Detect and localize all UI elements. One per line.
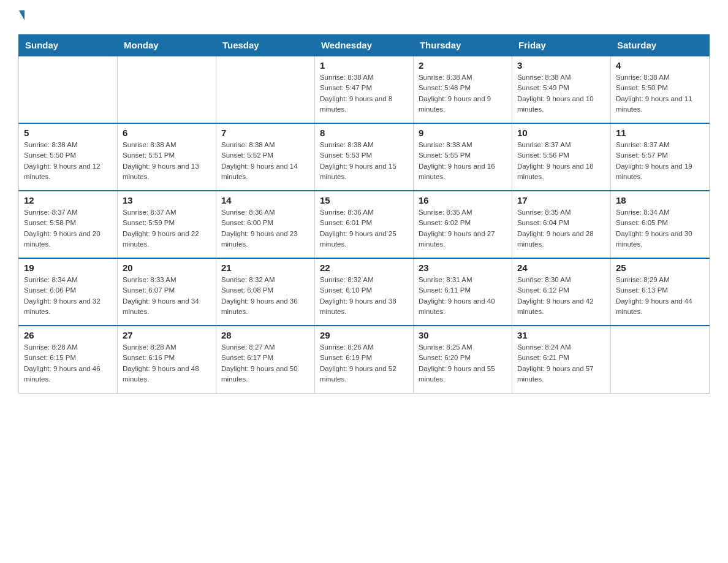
day-info: Sunrise: 8:38 AMSunset: 5:55 PMDaylight:…	[419, 140, 507, 182]
day-number: 16	[419, 195, 507, 205]
calendar-cell: 10Sunrise: 8:37 AMSunset: 5:56 PMDayligh…	[512, 123, 610, 191]
calendar-body: 1Sunrise: 8:38 AMSunset: 5:47 PMDaylight…	[19, 56, 710, 393]
calendar-cell	[216, 56, 314, 123]
calendar-cell: 14Sunrise: 8:36 AMSunset: 6:00 PMDayligh…	[216, 191, 314, 258]
calendar-cell: 26Sunrise: 8:28 AMSunset: 6:15 PMDayligh…	[19, 326, 118, 393]
day-of-week-header: Saturday	[610, 35, 709, 56]
day-info: Sunrise: 8:37 AMSunset: 5:59 PMDaylight:…	[123, 207, 211, 250]
day-info: Sunrise: 8:38 AMSunset: 5:47 PMDaylight:…	[320, 72, 408, 115]
day-number: 6	[123, 128, 211, 138]
calendar-cell	[610, 326, 709, 393]
calendar-cell: 19Sunrise: 8:34 AMSunset: 6:06 PMDayligh…	[19, 258, 118, 326]
day-info: Sunrise: 8:28 AMSunset: 6:15 PMDaylight:…	[24, 342, 112, 385]
calendar-cell: 1Sunrise: 8:38 AMSunset: 5:47 PMDaylight…	[314, 56, 413, 123]
calendar-week-row: 19Sunrise: 8:34 AMSunset: 6:06 PMDayligh…	[19, 258, 710, 326]
day-info: Sunrise: 8:37 AMSunset: 5:58 PMDaylight:…	[24, 207, 112, 250]
calendar-week-row: 5Sunrise: 8:38 AMSunset: 5:50 PMDaylight…	[19, 123, 710, 191]
day-number: 13	[123, 195, 211, 205]
calendar-cell: 12Sunrise: 8:37 AMSunset: 5:58 PMDayligh…	[19, 191, 118, 258]
day-info: Sunrise: 8:31 AMSunset: 6:11 PMDaylight:…	[419, 275, 507, 317]
calendar-cell: 9Sunrise: 8:38 AMSunset: 5:55 PMDaylight…	[413, 123, 512, 191]
day-info: Sunrise: 8:38 AMSunset: 5:49 PMDaylight:…	[517, 72, 605, 115]
day-number: 20	[123, 262, 211, 273]
day-info: Sunrise: 8:35 AMSunset: 6:02 PMDaylight:…	[419, 207, 507, 250]
day-number: 23	[419, 262, 507, 273]
calendar-cell: 4Sunrise: 8:38 AMSunset: 5:50 PMDaylight…	[610, 56, 709, 123]
days-of-week-row: SundayMondayTuesdayWednesdayThursdayFrid…	[19, 35, 710, 56]
calendar-cell: 3Sunrise: 8:38 AMSunset: 5:49 PMDaylight…	[512, 56, 610, 123]
day-number: 15	[320, 195, 408, 205]
day-number: 27	[123, 330, 211, 340]
calendar-cell: 17Sunrise: 8:35 AMSunset: 6:04 PMDayligh…	[512, 191, 610, 258]
day-number: 3	[517, 60, 605, 71]
day-info: Sunrise: 8:32 AMSunset: 6:10 PMDaylight:…	[320, 275, 408, 317]
day-info: Sunrise: 8:25 AMSunset: 6:20 PMDaylight:…	[419, 342, 507, 385]
day-number: 7	[221, 128, 309, 138]
day-number: 4	[616, 60, 704, 71]
day-number: 25	[616, 262, 704, 273]
day-info: Sunrise: 8:32 AMSunset: 6:08 PMDaylight:…	[221, 275, 309, 317]
day-number: 9	[419, 128, 507, 138]
logo	[18, 12, 25, 22]
day-info: Sunrise: 8:35 AMSunset: 6:04 PMDaylight:…	[517, 207, 605, 250]
day-number: 19	[24, 262, 112, 273]
calendar-cell: 30Sunrise: 8:25 AMSunset: 6:20 PMDayligh…	[413, 326, 512, 393]
day-number: 24	[517, 262, 605, 273]
logo-triangle-icon	[19, 10, 25, 20]
day-info: Sunrise: 8:27 AMSunset: 6:17 PMDaylight:…	[221, 342, 309, 385]
calendar-cell: 16Sunrise: 8:35 AMSunset: 6:02 PMDayligh…	[413, 191, 512, 258]
day-number: 17	[517, 195, 605, 205]
calendar-cell: 29Sunrise: 8:26 AMSunset: 6:19 PMDayligh…	[314, 326, 413, 393]
calendar-week-row: 12Sunrise: 8:37 AMSunset: 5:58 PMDayligh…	[19, 191, 710, 258]
calendar-cell: 11Sunrise: 8:37 AMSunset: 5:57 PMDayligh…	[610, 123, 709, 191]
day-info: Sunrise: 8:24 AMSunset: 6:21 PMDaylight:…	[517, 342, 605, 385]
day-info: Sunrise: 8:26 AMSunset: 6:19 PMDaylight:…	[320, 342, 408, 385]
day-number: 1	[320, 60, 408, 71]
calendar-cell: 20Sunrise: 8:33 AMSunset: 6:07 PMDayligh…	[117, 258, 216, 326]
day-number: 29	[320, 330, 408, 340]
day-of-week-header: Sunday	[19, 35, 118, 56]
day-info: Sunrise: 8:34 AMSunset: 6:06 PMDaylight:…	[24, 275, 112, 317]
day-info: Sunrise: 8:36 AMSunset: 6:00 PMDaylight:…	[221, 207, 309, 250]
day-info: Sunrise: 8:37 AMSunset: 5:57 PMDaylight:…	[616, 140, 704, 182]
calendar-cell: 2Sunrise: 8:38 AMSunset: 5:48 PMDaylight…	[413, 56, 512, 123]
calendar-cell: 15Sunrise: 8:36 AMSunset: 6:01 PMDayligh…	[314, 191, 413, 258]
day-info: Sunrise: 8:28 AMSunset: 6:16 PMDaylight:…	[123, 342, 211, 385]
calendar-cell: 22Sunrise: 8:32 AMSunset: 6:10 PMDayligh…	[314, 258, 413, 326]
day-number: 5	[24, 128, 112, 138]
calendar-cell: 7Sunrise: 8:38 AMSunset: 5:52 PMDaylight…	[216, 123, 314, 191]
calendar-cell: 23Sunrise: 8:31 AMSunset: 6:11 PMDayligh…	[413, 258, 512, 326]
day-number: 18	[616, 195, 704, 205]
calendar-cell: 5Sunrise: 8:38 AMSunset: 5:50 PMDaylight…	[19, 123, 118, 191]
calendar-cell: 24Sunrise: 8:30 AMSunset: 6:12 PMDayligh…	[512, 258, 610, 326]
day-of-week-header: Tuesday	[216, 35, 314, 56]
calendar-cell: 13Sunrise: 8:37 AMSunset: 5:59 PMDayligh…	[117, 191, 216, 258]
day-number: 8	[320, 128, 408, 138]
calendar-cell: 25Sunrise: 8:29 AMSunset: 6:13 PMDayligh…	[610, 258, 709, 326]
calendar-header: SundayMondayTuesdayWednesdayThursdayFrid…	[19, 35, 710, 56]
day-number: 30	[419, 330, 507, 340]
calendar-cell	[117, 56, 216, 123]
day-of-week-header: Wednesday	[314, 35, 413, 56]
calendar-cell: 18Sunrise: 8:34 AMSunset: 6:05 PMDayligh…	[610, 191, 709, 258]
calendar-table: SundayMondayTuesdayWednesdayThursdayFrid…	[18, 34, 710, 394]
day-number: 22	[320, 262, 408, 273]
day-number: 10	[517, 128, 605, 138]
day-info: Sunrise: 8:38 AMSunset: 5:48 PMDaylight:…	[419, 72, 507, 115]
day-info: Sunrise: 8:38 AMSunset: 5:52 PMDaylight:…	[221, 140, 309, 182]
day-number: 14	[221, 195, 309, 205]
day-of-week-header: Friday	[512, 35, 610, 56]
calendar-week-row: 1Sunrise: 8:38 AMSunset: 5:47 PMDaylight…	[19, 56, 710, 123]
day-number: 31	[517, 330, 605, 340]
day-number: 12	[24, 195, 112, 205]
day-info: Sunrise: 8:30 AMSunset: 6:12 PMDaylight:…	[517, 275, 605, 317]
day-info: Sunrise: 8:38 AMSunset: 5:53 PMDaylight:…	[320, 140, 408, 182]
day-number: 21	[221, 262, 309, 273]
day-info: Sunrise: 8:37 AMSunset: 5:56 PMDaylight:…	[517, 140, 605, 182]
calendar-week-row: 26Sunrise: 8:28 AMSunset: 6:15 PMDayligh…	[19, 326, 710, 393]
day-number: 2	[419, 60, 507, 71]
day-info: Sunrise: 8:36 AMSunset: 6:01 PMDaylight:…	[320, 207, 408, 250]
calendar-cell: 31Sunrise: 8:24 AMSunset: 6:21 PMDayligh…	[512, 326, 610, 393]
calendar-cell	[19, 56, 118, 123]
calendar-cell: 27Sunrise: 8:28 AMSunset: 6:16 PMDayligh…	[117, 326, 216, 393]
